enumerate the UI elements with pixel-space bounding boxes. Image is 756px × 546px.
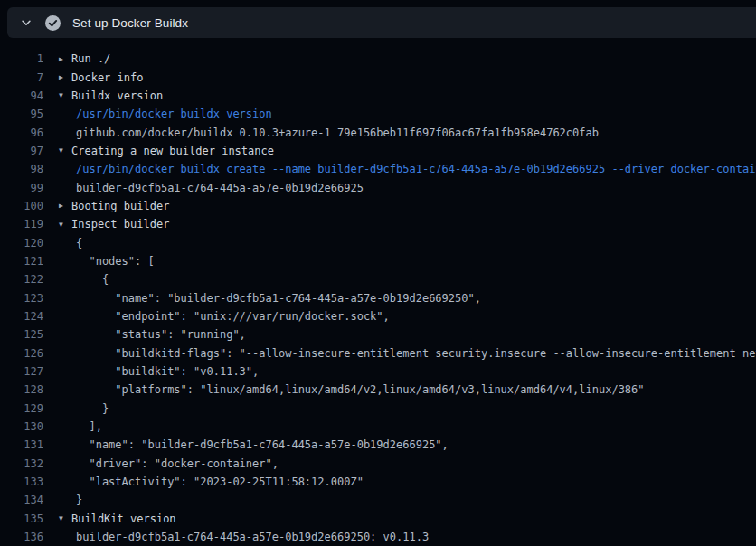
log-line[interactable]: 7▶Docker info [0,68,756,86]
line-number[interactable]: 129 [0,402,43,415]
log-group-title[interactable]: Buildx version [71,89,163,102]
log-group-title[interactable]: Booting builder [71,200,169,212]
log-output-text: "name": "builder-d9cfb5a1-c764-445a-a57e… [71,438,449,451]
log-group-title[interactable]: Creating a new builder instance [71,145,274,157]
log-line[interactable]: 135▼BuildKit version [0,510,756,528]
log-line: 129 } [0,400,756,418]
log-command-text: /usr/bin/docker buildx create --name bui… [71,163,756,175]
log-line: 136builder-d9cfb5a1-c764-445a-a57e-0b19d… [0,528,756,546]
log-line: 96github.com/docker/buildx 0.10.3+azure-… [0,123,756,141]
triangle-down-icon[interactable]: ▼ [59,221,71,229]
log-viewer[interactable]: 1▶Run ./7▶Docker info94▼Buildx version95… [0,38,756,546]
log-line: 130 ], [0,418,756,436]
line-number[interactable]: 123 [0,292,43,305]
line-number[interactable]: 1 [0,52,43,65]
log-line[interactable]: 1▶Run ./ [0,50,756,68]
line-number[interactable]: 134 [0,494,43,506]
log-command-text: /usr/bin/docker buildx version [71,108,272,120]
log-line: 121 "nodes": [ [0,252,756,270]
line-number[interactable]: 121 [0,255,43,268]
log-line[interactable]: 94▼Buildx version [0,87,756,105]
log-line: 131 "name": "builder-d9cfb5a1-c764-445a-… [0,436,756,454]
line-number[interactable]: 98 [0,163,43,175]
log-line: 95/usr/bin/docker buildx version [0,105,756,123]
triangle-right-icon[interactable]: ▶ [59,55,71,63]
log-output-text: { [71,237,82,249]
log-output-text: "endpoint": "unix:///var/run/docker.sock… [71,310,390,323]
line-number[interactable]: 119 [0,218,43,231]
log-output-text: "buildkitd-flags": "--allow-insecure-ent… [71,347,756,360]
log-line: 122 { [0,270,756,288]
line-number[interactable]: 96 [0,127,43,139]
line-number[interactable]: 136 [0,531,43,543]
line-number[interactable]: 130 [0,420,43,433]
log-line: 133 "lastActivity": "2023-02-25T11:58:12… [0,473,756,491]
triangle-down-icon[interactable]: ▼ [59,91,71,99]
triangle-right-icon[interactable]: ▶ [59,73,71,81]
log-output-text: { [71,273,109,286]
log-output-text: builder-d9cfb5a1-c764-445a-a57e-0b19d2e6… [71,531,429,543]
log-output-text: "platforms": "linux/amd64,linux/amd64/v2… [71,383,645,396]
line-number[interactable]: 132 [0,457,43,470]
line-number[interactable]: 124 [0,310,43,323]
log-output-text: "driver": "docker-container", [71,457,279,470]
line-number[interactable]: 128 [0,383,43,396]
log-output-text: } [71,494,82,506]
line-number[interactable]: 133 [0,475,43,488]
line-number[interactable]: 127 [0,365,43,378]
line-number[interactable]: 7 [0,71,43,84]
log-output-text: "status": "running", [71,328,246,341]
log-line[interactable]: 97▼Creating a new builder instance [0,142,756,160]
line-number[interactable]: 95 [0,108,43,120]
log-group-title[interactable]: Inspect builder [71,218,169,231]
log-line: 134} [0,491,756,509]
log-output-text: "lastActivity": "2023-02-25T11:58:12.000… [71,475,364,488]
log-output-text: "nodes": [ [71,255,155,268]
log-group-title[interactable]: Run ./ [71,52,110,65]
step-header[interactable]: Set up Docker Buildx [7,7,756,38]
log-line: 126 "buildkitd-flags": "--allow-insecure… [0,344,756,362]
log-output-text: builder-d9cfb5a1-c764-445a-a57e-0b19d2e6… [71,182,364,194]
triangle-down-icon[interactable]: ▼ [59,514,71,522]
line-number[interactable]: 122 [0,273,43,286]
triangle-right-icon[interactable]: ▶ [59,202,71,210]
log-output-text: "name": "builder-d9cfb5a1-c764-445a-a57e… [71,292,481,305]
log-line: 124 "endpoint": "unix:///var/run/docker.… [0,307,756,325]
line-number[interactable]: 97 [0,145,43,157]
line-number[interactable]: 120 [0,237,43,249]
log-line: 99builder-d9cfb5a1-c764-445a-a57e-0b19d2… [0,178,756,196]
step-title: Set up Docker Buildx [72,16,188,30]
log-output-text: github.com/docker/buildx 0.10.3+azure-1 … [71,127,599,139]
line-number[interactable]: 135 [0,513,43,525]
check-circle-icon [45,15,61,31]
log-line: 123 "name": "builder-d9cfb5a1-c764-445a-… [0,288,756,306]
log-line: 125 "status": "running", [0,325,756,344]
line-number[interactable]: 126 [0,347,43,360]
log-line: 128 "platforms": "linux/amd64,linux/amd6… [0,381,756,399]
log-output-text: "buildkit": "v0.11.3", [71,365,259,378]
log-line: 127 "buildkit": "v0.11.3", [0,362,756,381]
log-line[interactable]: 100▶Booting builder [0,197,756,215]
log-output-text: } [71,402,109,415]
chevron-down-icon[interactable] [19,15,33,30]
log-group-title[interactable]: Docker info [71,71,143,84]
triangle-down-icon[interactable]: ▼ [59,146,71,155]
log-group-title[interactable]: BuildKit version [71,513,176,525]
log-line[interactable]: 119▼Inspect builder [0,215,756,233]
line-number[interactable]: 94 [0,89,43,102]
log-line: 120{ [0,233,756,251]
line-number[interactable]: 125 [0,328,43,341]
log-output-text: ], [71,420,102,433]
log-line: 98/usr/bin/docker buildx create --name b… [0,160,756,178]
line-number[interactable]: 100 [0,200,43,212]
line-number[interactable]: 131 [0,438,43,451]
line-number[interactable]: 99 [0,182,43,194]
log-line: 132 "driver": "docker-container", [0,455,756,473]
